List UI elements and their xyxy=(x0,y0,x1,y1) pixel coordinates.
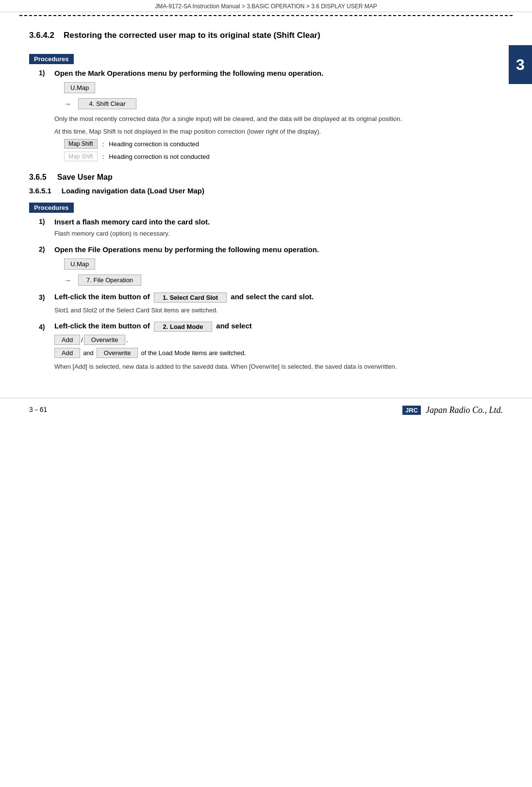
step-3-section2: 3) Left-click the item button of 1. Sele… xyxy=(39,292,503,315)
footer-logo: JRC Japan Radio Co., Ltd. xyxy=(402,405,503,415)
step-1-text: Open the Mark Operations menu by perform… xyxy=(54,69,503,77)
section-365-heading: 3.6.5 Save User Map xyxy=(29,173,503,182)
section-3651: 3.6.5.1 Loading navigation data (Load Us… xyxy=(29,187,503,372)
step-1-section1: 1) Open the Mark Operations menu by perf… xyxy=(39,69,503,161)
map-shift-btn-active: Map Shift xyxy=(64,139,98,149)
period: . xyxy=(126,336,128,343)
step-1-num: 1) xyxy=(39,69,54,77)
add-overwrite-row-1: Add / Overwrite . xyxy=(54,335,503,345)
step2s2-num: 2) xyxy=(39,245,54,253)
arrow-1: → xyxy=(64,100,71,108)
chapter-tab: 3 xyxy=(509,45,532,84)
step-2-section2: 2) Open the File Operations menu by perf… xyxy=(39,245,503,286)
step1-desc1: Only the most recently corrected data (f… xyxy=(54,114,503,124)
umap-btn-1[interactable]: U.Map xyxy=(64,82,95,93)
overwrite-btn-2[interactable]: Overwrite xyxy=(97,348,138,358)
step3s2-text: Left-click the item button of 1. Select … xyxy=(54,292,503,303)
section-3651-heading: 3.6.5.1 Loading navigation data (Load Us… xyxy=(29,187,503,195)
umap-btn-2[interactable]: U.Map xyxy=(64,258,95,270)
procedures-badge-1: Procedures xyxy=(29,54,74,64)
section-3642-heading: 3.6.4.2 Restoring the corrected user map… xyxy=(29,31,503,40)
step-4-section2: 4) Left-click the item button of 2. Load… xyxy=(39,322,503,372)
arrow-2: → xyxy=(64,276,71,284)
menu-flow-umap-2: U.Map xyxy=(64,258,503,270)
page-header: JMA-9172-SA Instruction Manual > 3.BASIC… xyxy=(0,0,532,12)
add-btn-1[interactable]: Add xyxy=(54,335,80,345)
menu-flow-umap-1: U.Map xyxy=(64,82,503,93)
map-shift-row-1: Map Shift : Heading correction is conduc… xyxy=(64,139,503,149)
company-name: Japan Radio Co., Ltd. xyxy=(426,405,503,415)
add-btn-2[interactable]: Add xyxy=(54,348,80,358)
map-shift-btn-inactive: Map Shift xyxy=(64,152,98,161)
shift-clear-btn[interactable]: 4. Shift Clear xyxy=(78,98,136,109)
jrc-label: JRC xyxy=(402,406,421,415)
load-mode-btn[interactable]: 2. Load Mode xyxy=(154,322,212,332)
overwrite-btn-1[interactable]: Overwrite xyxy=(84,335,126,345)
step2s2-text: Open the File Operations menu by perform… xyxy=(54,245,503,254)
section-365: 3.6.5 Save User Map xyxy=(29,173,503,182)
procedures-badge-2: Procedures xyxy=(29,203,74,213)
step1-desc2: At this time, Map Shift is not displayed… xyxy=(54,127,503,137)
colon-1: : xyxy=(102,140,104,148)
map-shift-text-2: Heading correction is not conducted xyxy=(109,153,209,160)
menu-flow-shiftclear: → 4. Shift Clear xyxy=(64,98,503,109)
header-text: JMA-9172-SA Instruction Manual > 3.BASIC… xyxy=(155,3,377,10)
slash-separator: / xyxy=(80,336,84,343)
colon-2: : xyxy=(102,153,104,160)
step1s2-desc: Flash memory card (option) is necessary. xyxy=(54,229,503,239)
and-text: and xyxy=(83,349,94,357)
step1s2-text: Insert a flash memory card into the card… xyxy=(54,218,503,226)
select-card-slot-btn[interactable]: 1. Select Card Slot xyxy=(154,292,227,303)
section-3642: 3.6.4.2 Restoring the corrected user map… xyxy=(29,31,503,161)
step3s2-desc: Slot1 and Slot2 of the Select Card Slot … xyxy=(54,306,503,315)
step-1-section2: 1) Insert a flash memory card into the c… xyxy=(39,218,503,239)
menu-flow-fileoperation: → 7. File Operation xyxy=(64,274,503,286)
map-shift-row-2: Map Shift : Heading correction is not co… xyxy=(64,152,503,161)
map-shift-text-1: Heading correction is conducted xyxy=(109,140,199,148)
step4s2-num: 4) xyxy=(39,323,54,331)
file-operation-btn[interactable]: 7. File Operation xyxy=(78,274,141,286)
step4s2-text: Left-click the item button of 2. Load Mo… xyxy=(54,322,503,332)
add-overwrite-row-2: Add and Overwrite of the Load Mode items… xyxy=(54,348,503,358)
main-content: 3 3.6.4.2 Restoring the corrected user m… xyxy=(0,16,532,388)
step1s2-num: 1) xyxy=(39,218,54,225)
page-footer: 3－61 JRC Japan Radio Co., Ltd. xyxy=(0,398,532,420)
step4s2-desc: When [Add] is selected, new data is adde… xyxy=(54,362,503,372)
page-number: 3－61 xyxy=(29,406,47,414)
step3s2-num: 3) xyxy=(39,293,54,301)
switched-text: of the Load Mode items are switched. xyxy=(141,349,246,357)
